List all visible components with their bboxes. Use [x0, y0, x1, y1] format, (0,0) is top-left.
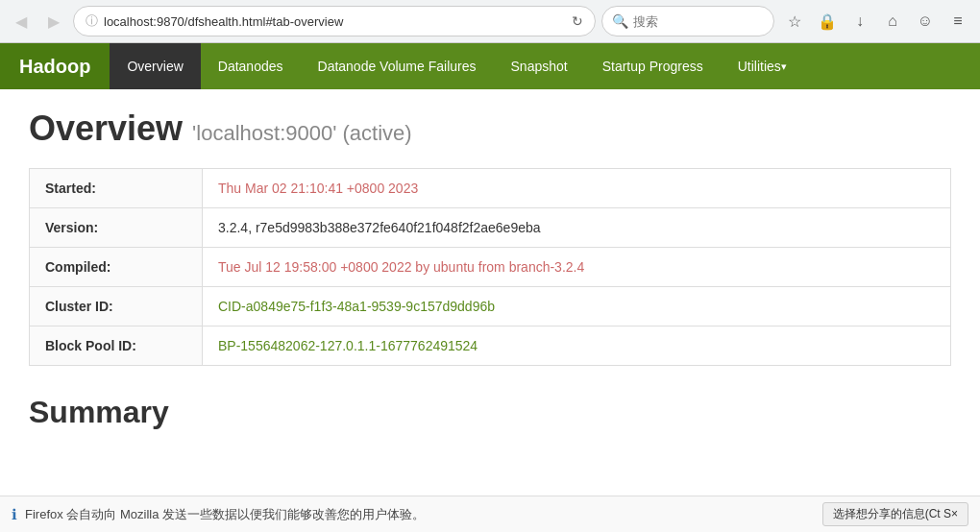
- row-label-compiled: Compiled:: [30, 248, 203, 287]
- hadoop-nav: Hadoop Overview Datanodes Datanode Volum…: [0, 43, 980, 89]
- notification-icon: ℹ: [12, 506, 17, 523]
- profile-icon[interactable]: ☺: [911, 7, 940, 36]
- nav-utilities[interactable]: Utilities: [721, 43, 804, 89]
- toolbar-icons: ☆ 🔒 ↓ ⌂ ☺ ≡: [780, 7, 972, 36]
- search-icon: 🔍: [612, 13, 628, 29]
- notification-left: ℹ Firefox 会自动向 Mozilla 发送一些数据以便我们能够改善您的用…: [12, 506, 425, 523]
- url-text: localhost:9870/dfshealth.html#tab-overvi…: [104, 14, 566, 29]
- table-row: Started: Thu Mar 02 21:10:41 +0800 2023: [30, 169, 951, 208]
- notification-message: Firefox 会自动向 Mozilla 发送一些数据以便我们能够改善您的用户体…: [25, 506, 425, 523]
- nav-datanode-volume-failures[interactable]: Datanode Volume Failures: [301, 43, 494, 89]
- row-label-block-pool-id: Block Pool ID:: [30, 326, 203, 366]
- row-value-version: 3.2.4, r7e5d9983b388e372fe640f21f048f2f2…: [203, 208, 951, 248]
- forward-button[interactable]: ▶: [40, 8, 67, 35]
- summary-title: Summary: [29, 395, 951, 430]
- download-icon[interactable]: ↓: [845, 7, 874, 36]
- share-button[interactable]: 选择想分享的信息(Ct S×: [822, 502, 968, 525]
- browser-chrome: ◀ ▶ ⓘ localhost:9870/dfshealth.html#tab-…: [0, 0, 980, 43]
- row-value-block-pool-id: BP-1556482062-127.0.1.1-1677762491524: [203, 326, 951, 366]
- page-subtitle: 'localhost:9000' (active): [192, 121, 412, 146]
- search-box: 🔍: [601, 6, 774, 36]
- notification-bar: ℹ Firefox 会自动向 Mozilla 发送一些数据以便我们能够改善您的用…: [0, 496, 980, 525]
- info-table: Started: Thu Mar 02 21:10:41 +0800 2023 …: [29, 168, 951, 366]
- search-input[interactable]: [633, 14, 768, 29]
- nav-snapshot[interactable]: Snapshot: [494, 43, 585, 89]
- bookmark-icon[interactable]: ☆: [780, 7, 809, 36]
- table-row: Version: 3.2.4, r7e5d9983b388e372fe640f2…: [30, 208, 951, 248]
- scroll-area[interactable]: Overview 'localhost:9000' (active) Start…: [0, 89, 980, 525]
- row-value-started: Thu Mar 02 21:10:41 +0800 2023: [203, 169, 951, 208]
- page-title: Overview: [29, 109, 183, 149]
- table-row: Block Pool ID: BP-1556482062-127.0.1.1-1…: [30, 326, 951, 366]
- reload-button[interactable]: ↻: [572, 13, 583, 29]
- main-content: Overview 'localhost:9000' (active) Start…: [0, 89, 980, 449]
- address-bar[interactable]: ⓘ localhost:9870/dfshealth.html#tab-over…: [73, 6, 596, 36]
- hadoop-brand: Hadoop: [0, 43, 110, 89]
- security-icon: ⓘ: [86, 12, 98, 30]
- table-row: Cluster ID: CID-a0849e75-f1f3-48a1-9539-…: [30, 287, 951, 326]
- nav-datanodes[interactable]: Datanodes: [201, 43, 301, 89]
- home-icon[interactable]: ⌂: [878, 7, 907, 36]
- info-table-body: Started: Thu Mar 02 21:10:41 +0800 2023 …: [30, 169, 951, 366]
- row-label-version: Version:: [30, 208, 203, 248]
- row-label-cluster-id: Cluster ID:: [30, 287, 203, 326]
- nav-overview[interactable]: Overview: [110, 43, 200, 89]
- nav-startup-progress[interactable]: Startup Progress: [585, 43, 721, 89]
- table-row: Compiled: Tue Jul 12 19:58:00 +0800 2022…: [30, 248, 951, 287]
- row-value-cluster-id: CID-a0849e75-f1f3-48a1-9539-9c157d9dd96b: [203, 287, 951, 326]
- page-title-container: Overview 'localhost:9000' (active): [29, 109, 951, 149]
- back-button[interactable]: ◀: [8, 8, 35, 35]
- menu-icon[interactable]: ≡: [943, 7, 972, 36]
- row-label-started: Started:: [30, 169, 203, 208]
- wallet-icon[interactable]: 🔒: [813, 7, 842, 36]
- row-value-compiled: Tue Jul 12 19:58:00 +0800 2022 by ubuntu…: [203, 248, 951, 287]
- browser-toolbar: ◀ ▶ ⓘ localhost:9870/dfshealth.html#tab-…: [0, 0, 980, 42]
